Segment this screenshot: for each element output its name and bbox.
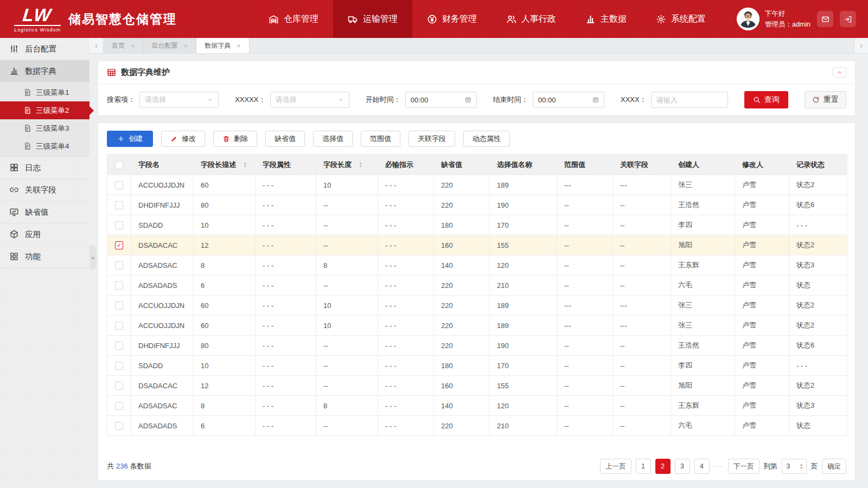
- page-button-3[interactable]: 3: [675, 459, 690, 474]
- cell: --: [613, 356, 671, 376]
- nav-finance-mgmt[interactable]: 财务管理: [412, 0, 492, 38]
- avatar[interactable]: [737, 8, 760, 30]
- nav-master-data[interactable]: 主数据: [571, 0, 641, 38]
- related-field-button[interactable]: 关联字段: [409, 131, 455, 147]
- sidebar-item-default-values[interactable]: 缺省值: [0, 201, 90, 223]
- filter-end-time: 结束时间：: [493, 92, 604, 108]
- sidebar-item-submenu-2[interactable]: 三级菜单2: [0, 101, 90, 119]
- reset-button[interactable]: 重置: [805, 91, 846, 108]
- cell: - - -: [256, 396, 316, 416]
- sidebar-collapse-handle[interactable]: «: [90, 245, 97, 270]
- row-checkbox[interactable]: [115, 342, 123, 350]
- sidebar-item-label: 数据字典: [25, 66, 56, 76]
- row-checkbox[interactable]: [115, 261, 123, 269]
- row-checkbox[interactable]: [115, 221, 123, 229]
- cell: 190: [490, 195, 557, 215]
- nav-system-config[interactable]: 系统配置: [641, 0, 720, 38]
- page-button-2[interactable]: 2: [655, 459, 671, 474]
- tabs-scroll-left-button[interactable]: ‹: [90, 38, 104, 53]
- sidebar-item-label: 缺省值: [25, 207, 49, 217]
- cell: --: [316, 235, 378, 255]
- sidebar-item-functions[interactable]: 功能: [0, 246, 90, 268]
- row-checkbox[interactable]: [115, 281, 123, 290]
- sidebar-item-logs[interactable]: 日志: [0, 157, 90, 179]
- confirm-button[interactable]: 确定: [822, 459, 846, 474]
- chevron-up-icon: [837, 69, 843, 75]
- cell: --: [557, 376, 613, 396]
- row-checkbox[interactable]: [115, 201, 123, 209]
- cell: 状态3: [789, 255, 847, 275]
- filter-xxxxx-select[interactable]: 请选择: [270, 92, 349, 108]
- filter-end-time-input[interactable]: [538, 96, 589, 104]
- brand: LW Logistics Wisdom 储易智慧仓储管理: [14, 0, 177, 38]
- sort-icon[interactable]: ▲▼: [359, 162, 362, 168]
- sidebar-item-applications[interactable]: 应用: [0, 223, 90, 246]
- row-checkbox[interactable]: [115, 382, 123, 390]
- row-checkbox[interactable]: [115, 322, 123, 330]
- cell: 190: [490, 336, 557, 356]
- logo[interactable]: LW Logistics Wisdom: [14, 6, 61, 33]
- sidebar-item-data-dictionary[interactable]: 数据字典: [0, 60, 90, 82]
- nav-transport-mgmt[interactable]: 运输管理: [333, 0, 412, 38]
- tabs-scroll-right-button[interactable]: ›: [854, 38, 868, 53]
- goto-page-spinner[interactable]: 3▲▼: [782, 459, 807, 474]
- select-all-checkbox[interactable]: [115, 161, 123, 169]
- default-value-button[interactable]: 缺省值: [265, 131, 305, 147]
- content: 数据字典维护 搜索项：请选择XXXXX：请选择开始时间：结束时间：XXXX：查询…: [90, 54, 868, 488]
- tab-home[interactable]: 首页×: [104, 38, 144, 53]
- doc-icon: [23, 124, 31, 132]
- page-button-4[interactable]: 4: [694, 459, 710, 474]
- filter-xxxx-input[interactable]: [656, 96, 723, 104]
- nav-item-label: 系统配置: [671, 14, 706, 25]
- sidebar-item-backend-config[interactable]: 后台配置: [0, 38, 90, 60]
- doc-icon: [23, 142, 31, 150]
- modify-button[interactable]: 修改: [161, 131, 205, 147]
- row-checkbox[interactable]: [115, 301, 123, 310]
- next-page-button[interactable]: 下一页: [728, 459, 760, 474]
- range-value-button[interactable]: 范围值: [361, 131, 400, 147]
- row-checkbox[interactable]: [115, 402, 123, 410]
- tab-close-icon[interactable]: ×: [237, 42, 241, 50]
- sidebar-item-submenu-1[interactable]: 三级菜单1: [0, 84, 90, 101]
- nav-warehouse-mgmt[interactable]: 仓库管理: [254, 0, 333, 38]
- tab-backend-config[interactable]: 后台配置×: [144, 38, 197, 53]
- row-checkbox[interactable]: [115, 241, 123, 249]
- checkbox-cell: [107, 336, 131, 356]
- logout-button[interactable]: [840, 11, 856, 27]
- row-checkbox[interactable]: [115, 181, 123, 189]
- select-value-button[interactable]: 选择值: [313, 131, 353, 147]
- user-greeting: 下午好: [765, 8, 810, 19]
- delete-button[interactable]: 删除: [213, 131, 257, 147]
- row-checkbox[interactable]: [115, 422, 123, 430]
- cell: - - -: [256, 416, 316, 436]
- select-all-header: [107, 155, 131, 175]
- sidebar-item-submenu-3[interactable]: 三级菜单3: [0, 119, 90, 137]
- prev-page-button[interactable]: 上一页: [600, 459, 631, 474]
- sort-icon[interactable]: ▲▼: [243, 162, 247, 168]
- query-button[interactable]: 查询: [744, 91, 788, 108]
- cell: 220: [434, 296, 490, 316]
- spinner-down-icon[interactable]: ▼: [800, 466, 803, 470]
- select-value: 请选择: [145, 95, 166, 105]
- mail-button[interactable]: [817, 11, 833, 27]
- column-label: 字段属性: [263, 160, 291, 169]
- calendar-icon: [465, 97, 471, 103]
- action-label: 缺省值: [275, 134, 296, 144]
- sidebar-item-related-fields[interactable]: 关联字段: [0, 179, 90, 201]
- page-button-1[interactable]: 1: [636, 459, 651, 474]
- nav-hr-admin[interactable]: 人事行政: [492, 0, 571, 38]
- filter-start-time-input[interactable]: [411, 96, 462, 104]
- filter-label: 结束时间：: [493, 95, 528, 105]
- spinner-arrows-icon[interactable]: ▲▼: [800, 463, 803, 470]
- create-button[interactable]: 创建: [107, 131, 153, 147]
- collapse-panel-button[interactable]: [833, 67, 846, 78]
- tab-close-icon[interactable]: ×: [184, 42, 188, 50]
- dynamic-attr-button[interactable]: 动态属性: [463, 131, 510, 147]
- tab-close-icon[interactable]: ×: [131, 42, 135, 50]
- tab-data-dictionary[interactable]: 数据字典×: [196, 38, 250, 53]
- filter-search-item-select[interactable]: 请选择: [139, 92, 219, 108]
- filter-label: 开始时间：: [366, 95, 401, 105]
- cell: 卢雪: [735, 275, 789, 296]
- row-checkbox[interactable]: [115, 362, 123, 370]
- sidebar-item-submenu-4[interactable]: 三级菜单4: [0, 137, 90, 155]
